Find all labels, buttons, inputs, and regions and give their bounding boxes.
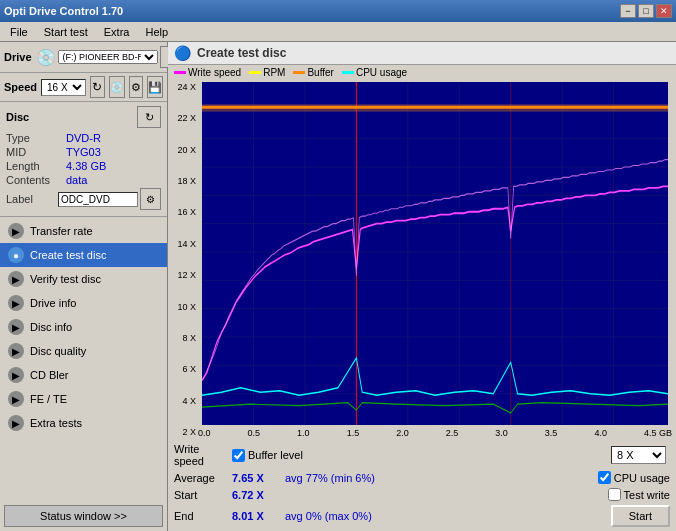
nav-icon-verify: ▶ xyxy=(8,271,24,287)
legend-cpu: CPU usage xyxy=(342,67,407,78)
write-speed-select[interactable]: 8 X4 X12 X16 X xyxy=(611,446,666,464)
disc-title: Disc xyxy=(6,111,29,123)
end-label: End xyxy=(174,510,224,522)
disc-refresh-button[interactable]: ↻ xyxy=(137,106,161,128)
y-label-16: 16 X xyxy=(177,207,196,217)
menu-extra[interactable]: Extra xyxy=(96,24,138,40)
disc-button[interactable]: 💿 xyxy=(109,76,125,98)
x-label-30: 3.0 xyxy=(495,428,508,438)
nav-cd-bler[interactable]: ▶ CD Bler xyxy=(0,363,167,387)
legend-write-speed: Write speed xyxy=(174,67,241,78)
y-label-18: 18 X xyxy=(177,176,196,186)
y-label-4: 4 X xyxy=(182,396,196,406)
bottom-row-3: Start 6.72 X Test write xyxy=(174,488,670,501)
disc-length-row: Length 4.38 GB xyxy=(6,160,161,172)
buffer-level-checkbox[interactable] xyxy=(232,449,245,462)
nav-icon-extra: ▶ xyxy=(8,415,24,431)
nav-disc-quality[interactable]: ▶ Disc quality xyxy=(0,339,167,363)
test-write-checkbox[interactable] xyxy=(608,488,621,501)
y-label-12: 12 X xyxy=(177,270,196,280)
title-bar: Opti Drive Control 1.70 − □ ✕ xyxy=(0,0,676,22)
y-label-2: 2 X xyxy=(182,427,196,437)
drive-section: Drive 💿 (F:) PIONEER BD-RW BDR-S09 1.34 … xyxy=(0,42,167,73)
chart-title: Create test disc xyxy=(197,46,286,60)
disc-section: Disc ↻ Type DVD-R MID TYG03 Length 4.38 … xyxy=(0,102,167,217)
refresh-button[interactable]: ↻ xyxy=(90,76,104,98)
start-button[interactable]: Start xyxy=(611,505,670,527)
maximize-button[interactable]: □ xyxy=(638,4,654,18)
disc-mid-row: MID TYG03 xyxy=(6,146,161,158)
y-label-8: 8 X xyxy=(182,333,196,343)
left-panel: Drive 💿 (F:) PIONEER BD-RW BDR-S09 1.34 … xyxy=(0,42,168,531)
nav-fe-te[interactable]: ▶ FE / TE xyxy=(0,387,167,411)
disc-label-edit-button[interactable]: ⚙ xyxy=(140,188,161,210)
speed-row: Speed 16 X12 X8 X4 X ↻ 💿 ⚙ 💾 xyxy=(0,73,167,102)
disc-type-row: Type DVD-R xyxy=(6,132,161,144)
y-axis: 24 X 22 X 20 X 18 X 16 X 14 X 12 X 10 X … xyxy=(170,80,198,439)
status-window-button[interactable]: Status window >> xyxy=(4,505,163,527)
y-label-14: 14 X xyxy=(177,239,196,249)
drive-icon: 💿 xyxy=(36,48,56,67)
bottom-controls: Write speed Buffer level 8 X4 X12 X16 X … xyxy=(168,439,676,531)
svg-rect-0 xyxy=(202,82,668,425)
average-value: 7.65 X xyxy=(232,472,277,484)
chart-header: 🔵 Create test disc xyxy=(168,42,676,65)
x-label-0: 0.0 xyxy=(198,428,211,438)
minimize-button[interactable]: − xyxy=(620,4,636,18)
nav-icon-quality: ▶ xyxy=(8,343,24,359)
drive-select[interactable]: (F:) PIONEER BD-RW BDR-S09 1.34 xyxy=(58,50,158,64)
x-axis: 0.0 0.5 1.0 1.5 2.0 2.5 3.0 3.5 4.0 4.5 … xyxy=(198,427,672,439)
window-title: Opti Drive Control 1.70 xyxy=(4,5,123,17)
nav-create-test-disc[interactable]: ● Create test disc xyxy=(0,243,167,267)
chart-icon: 🔵 xyxy=(174,45,191,61)
disc-label-input[interactable] xyxy=(58,192,138,207)
nav-transfer-rate[interactable]: ▶ Transfer rate xyxy=(0,219,167,243)
nav-icon-fete: ▶ xyxy=(8,391,24,407)
chart-wrapper: 0.0 0.5 1.0 1.5 2.0 2.5 3.0 3.5 4.0 4.5 … xyxy=(198,80,672,439)
nav-verify-test-disc[interactable]: ▶ Verify test disc xyxy=(0,267,167,291)
right-panel: 🔵 Create test disc Write speed RPM Buffe… xyxy=(168,42,676,531)
chart-legend: Write speed RPM Buffer CPU usage xyxy=(168,65,676,80)
nav-extra-tests[interactable]: ▶ Extra tests xyxy=(0,411,167,435)
y-label-10: 10 X xyxy=(177,302,196,312)
write-speed-label: Write speed xyxy=(174,443,224,467)
legend-color-cpu xyxy=(342,71,354,74)
x-label-10: 1.0 xyxy=(297,428,310,438)
write-speed-control: 8 X4 X12 X16 X xyxy=(611,446,670,464)
y-label-20: 20 X xyxy=(177,145,196,155)
bottom-row-4: End 8.01 X avg 0% (max 0%) Start xyxy=(174,505,670,527)
y-label-24: 24 X xyxy=(177,82,196,92)
disc-contents-row: Contents data xyxy=(6,174,161,186)
buffer-level-checkbox-label: Buffer level xyxy=(232,449,303,462)
y-label-6: 6 X xyxy=(182,364,196,374)
menu-file[interactable]: File xyxy=(2,24,36,40)
x-label-05: 0.5 xyxy=(248,428,261,438)
x-label-35: 3.5 xyxy=(545,428,558,438)
speed-select[interactable]: 16 X12 X8 X4 X xyxy=(41,79,86,96)
x-label-25: 2.5 xyxy=(446,428,459,438)
chart-canvas xyxy=(202,82,668,425)
nav-drive-info[interactable]: ▶ Drive info xyxy=(0,291,167,315)
x-label-45: 4.5 GB xyxy=(644,428,672,438)
nav-icon-transfer: ▶ xyxy=(8,223,24,239)
menu-help[interactable]: Help xyxy=(137,24,176,40)
chart-area-container: 24 X 22 X 20 X 18 X 16 X 14 X 12 X 10 X … xyxy=(168,80,676,439)
settings-button[interactable]: ⚙ xyxy=(129,76,143,98)
menu-start-test[interactable]: Start test xyxy=(36,24,96,40)
y-label-22: 22 X xyxy=(177,113,196,123)
bottom-row-2: Average 7.65 X avg 77% (min 6%) CPU usag… xyxy=(174,471,670,484)
legend-color-rpm xyxy=(249,71,261,74)
x-label-20: 2.0 xyxy=(396,428,409,438)
speed-label: Speed xyxy=(4,81,37,93)
menu-bar: File Start test Extra Help xyxy=(0,22,676,42)
x-label-15: 1.5 xyxy=(347,428,360,438)
close-button[interactable]: ✕ xyxy=(656,4,672,18)
average-desc: avg 77% (min 6%) xyxy=(285,472,590,484)
nav-section: ▶ Transfer rate ● Create test disc ▶ Ver… xyxy=(0,217,167,501)
window-controls: − □ ✕ xyxy=(620,4,672,18)
save-button[interactable]: 💾 xyxy=(147,76,163,98)
average-label: Average xyxy=(174,472,224,484)
cpu-usage-checkbox[interactable] xyxy=(598,471,611,484)
nav-disc-info[interactable]: ▶ Disc info xyxy=(0,315,167,339)
x-label-40: 4.0 xyxy=(594,428,607,438)
